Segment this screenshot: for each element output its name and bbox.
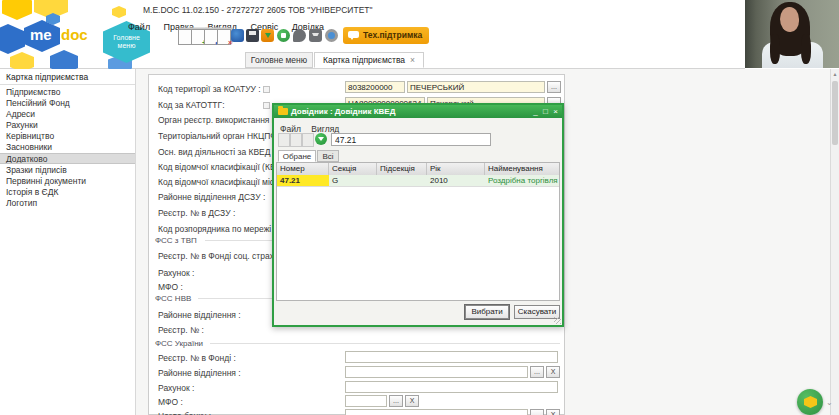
fss-tvp-section-title: ФСС з ТВП xyxy=(155,236,201,245)
section-line xyxy=(210,343,560,344)
sidebar: Картка підприємства Підприємство Пенсійн… xyxy=(0,69,136,415)
koatuu-browse-button[interactable]: ... xyxy=(547,81,561,93)
fss-ukr-mfo-clear-button[interactable]: X xyxy=(405,395,419,407)
dialog-maximize-button[interactable]: □ xyxy=(541,106,550,117)
bank-name-browse-button[interactable]: ... xyxy=(530,409,544,415)
collapse-chevron-icon[interactable]: ⌄ xyxy=(826,398,833,407)
new-doc-icon[interactable]: + xyxy=(191,29,205,45)
sidebar-item-pidpryiemstvo[interactable]: Підприємство xyxy=(0,87,135,98)
fss-ukr-mfo-browse-button[interactable]: ... xyxy=(389,395,403,407)
webcam-video xyxy=(745,0,839,68)
vertical-scrollbar[interactable]: ▲ xyxy=(830,69,839,415)
cell-subsection[interactable] xyxy=(377,175,427,186)
field-checkbox[interactable] xyxy=(263,102,270,109)
select-button[interactable]: Вибрати xyxy=(465,305,509,319)
fss-ukr-account-label: Рахунок : xyxy=(158,383,194,393)
tech-support-button[interactable]: Тех.підтримка xyxy=(343,27,429,44)
dialog-tab-favorites[interactable]: Обране xyxy=(278,150,316,162)
koatuu-code-field[interactable] xyxy=(345,81,405,93)
mail-icon[interactable] xyxy=(309,29,322,42)
refresh-icon[interactable] xyxy=(315,133,327,145)
fss-ukr-reg-field[interactable] xyxy=(345,351,558,363)
sidebar-item-rakhunky[interactable]: Рахунки xyxy=(0,120,135,131)
bank-name-label: Назва банку : xyxy=(158,411,211,415)
fss-tvp-reg-label: Реєстр. № в Фонді соц. страх. : xyxy=(158,251,281,261)
col-name[interactable]: Найменування xyxy=(485,163,559,175)
kved-table: НомерСекціяПідсекціяРікНайменування 47.2… xyxy=(276,162,560,301)
fss-nvv-branch-label: Районне відділення : xyxy=(158,310,241,320)
fss-ukr-mfo-field[interactable] xyxy=(345,395,387,407)
tab-company-card[interactable]: Картка підприємства × xyxy=(314,52,424,68)
fss-tvp-mfo-label: МФО : xyxy=(158,282,183,292)
copy-doc-icon[interactable] xyxy=(178,29,192,45)
field-checkbox[interactable] xyxy=(263,86,270,93)
sidebar-item-dodatkovo-selected[interactable]: Додатково xyxy=(0,153,135,164)
sidebar-item-kerivnytstvo[interactable]: Керівництво xyxy=(0,131,135,142)
delete-doc-icon[interactable]: × xyxy=(217,29,231,45)
find-doc-icon[interactable]: ● xyxy=(204,29,218,45)
dialog-edit-doc-icon-disabled xyxy=(290,133,302,147)
fss-nvv-reg-label: Реєстр. № : xyxy=(158,325,204,335)
scroll-thumb[interactable] xyxy=(832,81,838,145)
dialog-search-input[interactable] xyxy=(331,133,491,146)
fss-ukr-branch-field[interactable] xyxy=(345,366,528,378)
folder-icon xyxy=(278,108,288,115)
tab-home[interactable]: Головне меню xyxy=(245,52,313,68)
dialog-tab-favorites-label: Обране xyxy=(283,152,312,161)
sidebar-item-istoriya-edk[interactable]: Історія в ЄДК xyxy=(0,187,135,198)
tab-home-label: Головне меню xyxy=(251,55,307,65)
col-section[interactable]: Секція xyxy=(329,163,377,175)
logo-me-text: me xyxy=(30,26,52,43)
sidebar-item-adresy[interactable]: Адреси xyxy=(0,109,135,120)
cell-name[interactable]: Роздрібна торгівля ф xyxy=(485,175,559,186)
fss-ukr-branch-clear-button[interactable]: X xyxy=(546,366,560,378)
print-icon[interactable] xyxy=(246,29,259,42)
menu-file[interactable]: Файл xyxy=(128,22,150,32)
tab-close-icon[interactable]: × xyxy=(410,55,415,65)
sidebar-item-logotyp[interactable]: Логотип xyxy=(0,198,135,209)
katottg-label: Код за КАТОТТГ: xyxy=(158,100,225,110)
main-menu-hex-line1: Головне xyxy=(103,34,150,42)
dialog-resize-grip[interactable] xyxy=(554,317,561,324)
main-menu-hex-line2: меню xyxy=(103,42,150,50)
scroll-up-arrow[interactable]: ▲ xyxy=(831,69,839,79)
dialog-delete-doc-icon-disabled xyxy=(302,133,314,147)
col-year[interactable]: Рік xyxy=(427,163,485,175)
settings-icon[interactable] xyxy=(325,29,338,42)
sidebar-item-pensiynyi-fond[interactable]: Пенсійний Фонд xyxy=(0,98,135,109)
fss-ukr-account-field[interactable] xyxy=(345,381,558,393)
hexagon-icon xyxy=(804,396,817,408)
cell-year[interactable]: 2010 xyxy=(427,175,485,186)
medoc-floating-logo[interactable] xyxy=(797,389,823,415)
koatuu-name-field[interactable] xyxy=(407,81,545,93)
network-manager-label: Код розпорядника по мережі : xyxy=(158,224,276,234)
dialog-minimize-button[interactable]: _ xyxy=(531,106,540,117)
dszu-reg-label: Реєстр. № в ДСЗУ : xyxy=(158,208,235,218)
kved-table-row-selected[interactable]: 47.21G2010Роздрібна торгівля ф xyxy=(277,175,559,187)
bank-name-clear-button[interactable]: X xyxy=(546,409,560,415)
kved-directory-dialog: Довідник : Довідник КВЕД _ □ × Файл Вигл… xyxy=(272,103,564,327)
preview-icon[interactable] xyxy=(231,29,244,42)
dialog-tab-all[interactable]: Всі xyxy=(317,150,339,162)
kved-table-header: НомерСекціяПідсекціяРікНайменування xyxy=(277,163,559,175)
bank-name-field[interactable] xyxy=(345,409,528,415)
services-icon[interactable] xyxy=(293,29,306,42)
col-subsection[interactable]: Підсекція xyxy=(377,163,427,175)
sidebar-item-zasnovnyky[interactable]: Засновники xyxy=(0,142,135,153)
fss-nvv-section-title: ФСС НВВ xyxy=(155,294,195,303)
logo-hexagon xyxy=(112,6,126,18)
logo-doc-text: doc xyxy=(61,26,88,43)
cell-number[interactable]: 47.21 xyxy=(277,175,329,186)
fss-ukr-branch-browse-button[interactable]: ... xyxy=(530,366,544,378)
nkcpfr-label: Територіальний орган НКЦПФР : xyxy=(158,131,287,141)
window-title: M.E.DOC 11.02.150 - 27272727 2605 ТОВ "У… xyxy=(143,5,373,15)
dialog-close-button[interactable]: × xyxy=(551,106,560,117)
col-number[interactable]: Номер xyxy=(277,163,329,175)
sidebar-item-pervynni-dokumenty[interactable]: Первинні документи xyxy=(0,176,135,187)
send-icon[interactable] xyxy=(261,29,274,42)
dialog-titlebar[interactable]: Довідник : Довідник КВЕД _ □ × xyxy=(274,105,562,118)
sidebar-divider xyxy=(0,84,135,85)
security-lock-icon[interactable] xyxy=(277,29,290,42)
sidebar-item-zrazky-pidpysiv[interactable]: Зразки підписів xyxy=(0,165,135,176)
cell-section[interactable]: G xyxy=(329,175,377,186)
